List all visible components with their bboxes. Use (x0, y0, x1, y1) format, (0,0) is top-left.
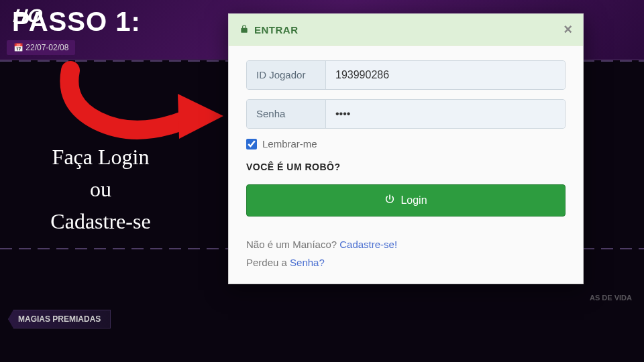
signup-prefix: Não é um Maníaco? (246, 239, 339, 250)
password-input[interactable] (326, 100, 565, 128)
remember-me-row[interactable]: Lembrar-me (246, 138, 566, 149)
login-modal: ENTRAR × ID Jogador Senha Lembrar-me VOC… (228, 13, 584, 284)
bottom-nav-pill: MAGIAS PREMIADAS (8, 310, 111, 328)
tutorial-step-title: PASSO 1: (12, 7, 141, 37)
password-label: Senha (247, 100, 326, 128)
captcha-label: VOCÊ É UM ROBÔ? (246, 162, 566, 172)
remember-me-checkbox[interactable] (246, 139, 257, 149)
password-row: Senha (246, 99, 566, 129)
player-id-input[interactable] (326, 61, 565, 89)
close-icon[interactable]: × (564, 22, 572, 37)
player-id-row: ID Jogador (246, 60, 566, 90)
event-date-badge: 📅 22/07-02/08 (7, 40, 75, 55)
modal-title: ENTRAR (254, 24, 299, 36)
modal-footer-links: Não é um Maníaco? Cadastre-se! Perdeu a … (246, 235, 566, 272)
right-fragment-text: AS DE VIDA (590, 294, 632, 302)
tutorial-arrow-icon (57, 57, 231, 144)
signup-link[interactable]: Cadastre-se! (339, 239, 397, 250)
login-button-label: Login (400, 194, 427, 206)
power-icon (384, 194, 395, 207)
forgot-password-link[interactable]: Senha? (290, 257, 325, 268)
modal-body: ID Jogador Senha Lembrar-me VOCÊ É UM RO… (229, 46, 583, 284)
modal-header: ENTRAR × (229, 14, 583, 46)
tutorial-message: Faça Login ou Cadastre-se (13, 141, 188, 237)
player-id-label: ID Jogador (247, 61, 326, 89)
forgot-prefix: Perdeu a (246, 257, 290, 268)
login-button[interactable]: Login (246, 184, 566, 217)
remember-me-label: Lembrar-me (262, 138, 317, 149)
lock-icon (239, 24, 249, 36)
